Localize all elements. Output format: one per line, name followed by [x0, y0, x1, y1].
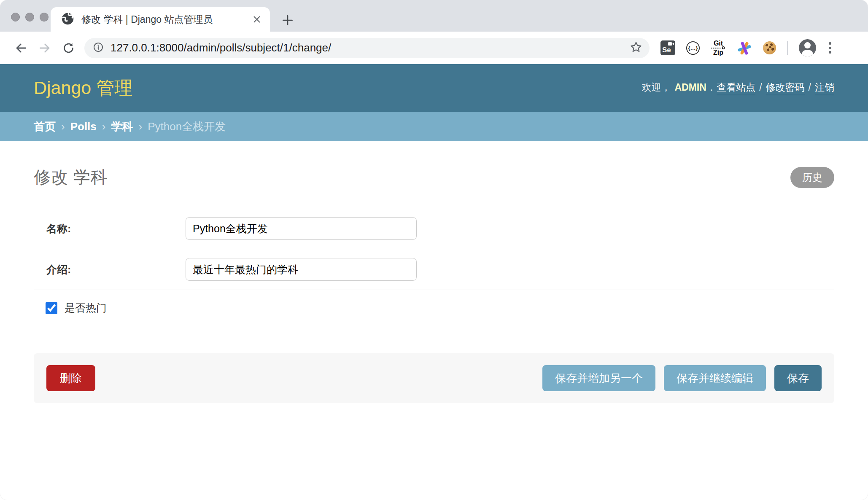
- intro-input[interactable]: [186, 258, 417, 281]
- field-row-hot: 是否热门: [34, 290, 834, 326]
- omnibox[interactable]: 127.0.0.1:8000/admin/polls/subject/1/cha…: [84, 38, 650, 58]
- field-row-intro: 介绍:: [34, 249, 834, 290]
- selenium-extension-icon[interactable]: Se: [660, 40, 675, 55]
- welcome-text: 欢迎，: [642, 81, 671, 94]
- name-field-label: 名称:: [46, 222, 186, 236]
- save-button[interactable]: 保存: [774, 365, 822, 391]
- breadcrumb-current: Python全栈开发: [148, 119, 226, 134]
- new-tab-button[interactable]: [279, 12, 296, 29]
- toolbar-separator: [787, 41, 788, 55]
- browser-menu-kebab-icon[interactable]: [827, 40, 833, 55]
- breadcrumb-separator: ›: [102, 120, 106, 133]
- browser-window: 修改 学科 | Django 站点管理员: [0, 0, 868, 500]
- globe-favicon-icon: [61, 12, 75, 27]
- breadcrumb-app-link[interactable]: Polls: [70, 120, 97, 133]
- intro-field-label: 介绍:: [46, 263, 186, 277]
- reload-button[interactable]: [57, 36, 80, 60]
- extensions-area: Se {…} Git Zip: [660, 39, 833, 56]
- change-password-link[interactable]: 修改密码: [766, 81, 805, 95]
- traffic-light-minimize[interactable]: [25, 13, 34, 22]
- browser-toolbar: 127.0.0.1:8000/admin/polls/subject/1/cha…: [0, 32, 868, 64]
- hot-checkbox-label: 是否热门: [65, 301, 107, 315]
- colorful-asterisk-extension-icon[interactable]: [737, 40, 752, 56]
- page-title: 修改 学科: [34, 166, 108, 189]
- history-button[interactable]: 历史: [790, 167, 834, 188]
- submit-row: 删除 保存并增加另一个 保存并继续编辑 保存: [34, 353, 834, 403]
- tab-close-icon[interactable]: [252, 15, 261, 24]
- delete-button[interactable]: 删除: [46, 365, 95, 391]
- logout-link[interactable]: 注销: [815, 81, 834, 95]
- tab-title: 修改 学科 | Django 站点管理员: [81, 13, 245, 26]
- django-site-name[interactable]: Django 管理: [34, 76, 132, 100]
- field-row-name: 名称:: [34, 208, 834, 249]
- forward-button[interactable]: [33, 36, 57, 60]
- username: ADMIN: [674, 82, 706, 93]
- gitzip-extension-icon[interactable]: Git Zip: [711, 40, 726, 56]
- breadcrumb-separator: ›: [61, 120, 65, 133]
- url-text[interactable]: 127.0.0.1:8000/admin/polls/subject/1/cha…: [111, 41, 629, 54]
- back-button[interactable]: [9, 36, 33, 60]
- traffic-light-maximize[interactable]: [40, 13, 49, 22]
- breadcrumb-model-link[interactable]: 学科: [111, 119, 133, 134]
- traffic-lights: [11, 13, 49, 22]
- bookmark-star-icon[interactable]: [629, 40, 643, 56]
- django-admin-header: Django 管理 欢迎， ADMIN . 查看站点 / 修改密码 / 注销: [0, 64, 868, 112]
- profile-avatar-button[interactable]: [799, 39, 816, 56]
- json-viewer-extension-icon[interactable]: {…}: [686, 41, 700, 55]
- view-site-link[interactable]: 查看站点: [717, 81, 755, 95]
- welcome-period: .: [710, 82, 713, 93]
- browser-tab[interactable]: 修改 学科 | Django 站点管理员: [51, 7, 270, 32]
- save-continue-editing-button[interactable]: 保存并继续编辑: [664, 365, 766, 391]
- content-area: 修改 学科 历史 名称: 介绍: 是否热门 删除 保存并增加另一个 保存并继续编…: [0, 166, 868, 403]
- save-add-another-button[interactable]: 保存并增加另一个: [542, 365, 655, 391]
- traffic-light-close[interactable]: [11, 13, 20, 22]
- breadcrumb-home-link[interactable]: 首页: [34, 119, 56, 134]
- breadcrumb-separator: ›: [138, 120, 142, 133]
- user-tools-separator: /: [759, 82, 762, 93]
- user-tools-separator: /: [809, 82, 811, 93]
- user-tools: 欢迎， ADMIN . 查看站点 / 修改密码 / 注销: [642, 81, 834, 95]
- change-form: 名称: 介绍: 是否热门: [34, 208, 834, 326]
- hot-checkbox[interactable]: [46, 302, 57, 314]
- cookie-extension-icon[interactable]: [763, 41, 776, 54]
- tab-strip: 修改 学科 | Django 站点管理员: [0, 0, 868, 32]
- site-info-icon[interactable]: [93, 42, 104, 54]
- breadcrumb: 首页 › Polls › 学科 › Python全栈开发: [0, 112, 868, 141]
- name-input[interactable]: [186, 217, 417, 240]
